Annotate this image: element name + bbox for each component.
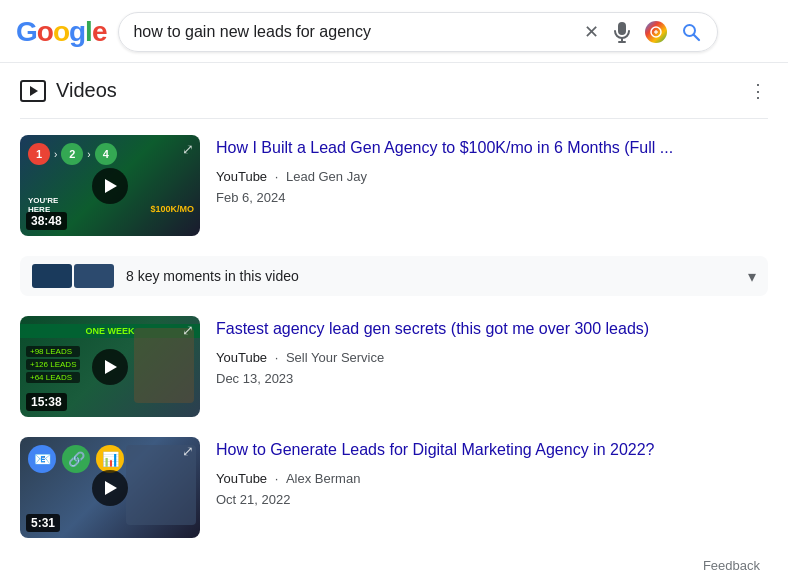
thumb-leads-list: +98 LEADS +126 LEADS +64 LEADS bbox=[26, 346, 80, 383]
lens-button[interactable] bbox=[643, 19, 669, 45]
video-date-1: Feb 6, 2024 bbox=[216, 190, 285, 205]
video-date-2: Dec 13, 2023 bbox=[216, 371, 293, 386]
play-button-overlay-2[interactable] bbox=[92, 349, 128, 385]
video-title-3[interactable]: How to Generate Leads for Digital Market… bbox=[216, 439, 768, 461]
header: Google ✕ bbox=[0, 0, 788, 63]
video-channel-3: Alex Berman bbox=[286, 471, 360, 486]
play-button-overlay[interactable] bbox=[92, 168, 128, 204]
video-title-1[interactable]: How I Built a Lead Gen Agency to $100K/m… bbox=[216, 137, 768, 159]
mic-button[interactable] bbox=[611, 19, 633, 45]
google-logo: Google bbox=[16, 16, 106, 48]
video-info-1: How I Built a Lead Gen Agency to $100K/m… bbox=[216, 135, 768, 236]
video-info-2: Fastest agency lead gen secrets (this go… bbox=[216, 316, 768, 417]
thumb-icon-1: 📧 bbox=[28, 445, 56, 473]
expand-icon: ⤢ bbox=[182, 141, 194, 157]
play-circle-icon bbox=[105, 179, 117, 193]
svg-rect-0 bbox=[618, 22, 626, 35]
video-channel-2: Sell Your Service bbox=[286, 350, 384, 365]
lead-item-3: +64 LEADS bbox=[26, 372, 80, 383]
search-button[interactable] bbox=[679, 20, 703, 44]
lead-item-1: +98 LEADS bbox=[26, 346, 80, 357]
section-title: Videos bbox=[56, 79, 117, 102]
key-moment-thumb-1 bbox=[32, 264, 72, 288]
thumb-person bbox=[134, 328, 194, 403]
video-meta-1: YouTube · Lead Gen Jay Feb 6, 2024 bbox=[216, 167, 768, 209]
video-source-3: YouTube bbox=[216, 471, 267, 486]
video-duration-3: 5:31 bbox=[26, 514, 60, 532]
video-source-2: YouTube bbox=[216, 350, 267, 365]
video-meta-3: YouTube · Alex Berman Oct 21, 2022 bbox=[216, 469, 768, 511]
play-triangle-icon bbox=[30, 86, 38, 96]
search-input[interactable] bbox=[133, 23, 574, 41]
video-thumbnail-3[interactable]: 📧 🔗 📊 ⤢ 5:31 bbox=[20, 437, 200, 538]
video-meta-2: YouTube · Sell Your Service Dec 13, 2023 bbox=[216, 348, 768, 390]
video-duration-1: 38:48 bbox=[26, 212, 67, 230]
step-4-badge: 4 bbox=[95, 143, 117, 165]
key-moment-thumb-2 bbox=[74, 264, 114, 288]
video-info-3: How to Generate Leads for Digital Market… bbox=[216, 437, 768, 538]
lead-item-2: +126 LEADS bbox=[26, 359, 80, 370]
video-result-2: ONE WEEK +98 LEADS +126 LEADS +64 LEADS … bbox=[20, 316, 768, 417]
thumb-dollar: $100K/MO bbox=[150, 204, 194, 214]
step-2-badge: 2 bbox=[61, 143, 83, 165]
section-header: Videos ⋮ bbox=[20, 79, 768, 102]
play-circle-icon-2 bbox=[105, 360, 117, 374]
key-moments[interactable]: 8 key moments in this video ▾ bbox=[20, 256, 768, 296]
feedback-label[interactable]: Feedback bbox=[703, 558, 760, 573]
svg-line-7 bbox=[694, 35, 700, 41]
thumb-icon-2: 🔗 bbox=[62, 445, 90, 473]
thumb-steps: 1 › 2 › 4 bbox=[28, 143, 117, 165]
video-title-2[interactable]: Fastest agency lead gen secrets (this go… bbox=[216, 318, 768, 340]
lens-icon bbox=[645, 21, 667, 43]
videos-section: Videos ⋮ 1 › 2 › 4 YOU'REHERE $100K/MO ⤢… bbox=[0, 63, 788, 577]
video-source-1: YouTube bbox=[216, 169, 267, 184]
video-channel-1: Lead Gen Jay bbox=[286, 169, 367, 184]
search-icon-group: ✕ bbox=[582, 19, 703, 45]
play-circle-icon-3 bbox=[105, 481, 117, 495]
video-result-1: 1 › 2 › 4 YOU'REHERE $100K/MO ⤢ 38:48 Ho… bbox=[20, 135, 768, 236]
expand-icon-2: ⤢ bbox=[182, 322, 194, 338]
video-result-3: 📧 🔗 📊 ⤢ 5:31 How to Generate Leads for D… bbox=[20, 437, 768, 538]
search-bar[interactable]: ✕ bbox=[118, 12, 718, 52]
play-button-overlay-3[interactable] bbox=[92, 470, 128, 506]
video-thumbnail-1[interactable]: 1 › 2 › 4 YOU'REHERE $100K/MO ⤢ 38:48 bbox=[20, 135, 200, 236]
view-all-section: Feedback View all → bbox=[20, 558, 768, 577]
video-section-icon bbox=[20, 80, 46, 102]
video-duration-2: 15:38 bbox=[26, 393, 67, 411]
step-1-badge: 1 bbox=[28, 143, 50, 165]
more-options-button[interactable]: ⋮ bbox=[749, 80, 768, 102]
key-moments-label: 8 key moments in this video bbox=[126, 268, 299, 284]
expand-icon-3: ⤢ bbox=[182, 443, 194, 459]
video-date-3: Oct 21, 2022 bbox=[216, 492, 290, 507]
video-thumbnail-2[interactable]: ONE WEEK +98 LEADS +126 LEADS +64 LEADS … bbox=[20, 316, 200, 417]
chevron-down-icon[interactable]: ▾ bbox=[748, 267, 756, 286]
key-moments-thumbnails bbox=[32, 264, 114, 288]
clear-button[interactable]: ✕ bbox=[582, 19, 601, 45]
